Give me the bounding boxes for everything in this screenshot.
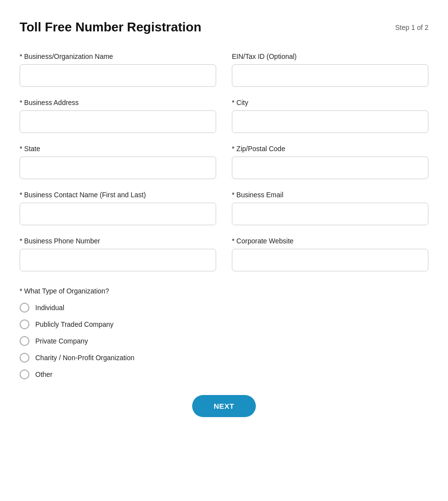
page-title: Toll Free Number Registration <box>20 20 201 35</box>
radio-charity[interactable] <box>20 353 29 363</box>
radio-item-charity[interactable]: Charity / Non-Profit Organization <box>20 353 428 363</box>
business-address-group: * Business Address <box>20 99 216 133</box>
next-button[interactable]: NEXT <box>192 395 256 417</box>
radio-private[interactable] <box>20 336 29 346</box>
page-container: Toll Free Number Registration Step 1 of … <box>0 0 448 447</box>
ein-taxid-input[interactable] <box>232 64 428 87</box>
business-email-label: * Business Email <box>232 191 428 199</box>
business-address-label: * Business Address <box>20 99 216 106</box>
ein-taxid-label: EIN/Tax ID (Optional) <box>232 53 428 60</box>
radio-other-label: Other <box>35 370 52 378</box>
step-indicator: Step 1 of 2 <box>395 24 428 31</box>
business-email-input[interactable] <box>232 203 428 225</box>
form-grid: * Business/Organization Name EIN/Tax ID … <box>20 53 428 283</box>
org-type-radio-group: Individual Publicly Traded Company Priva… <box>20 303 428 379</box>
business-phone-input[interactable] <box>20 249 216 271</box>
city-input[interactable] <box>232 110 428 133</box>
button-container: NEXT <box>20 395 428 417</box>
business-phone-group: * Business Phone Number <box>20 237 216 271</box>
corporate-website-input[interactable] <box>232 249 428 271</box>
radio-individual[interactable] <box>20 303 29 313</box>
business-phone-label: * Business Phone Number <box>20 237 216 245</box>
radio-other[interactable] <box>20 369 29 379</box>
zip-input[interactable] <box>232 157 428 179</box>
zip-group: * Zip/Postal Code <box>232 145 428 179</box>
radio-item-publicly-traded[interactable]: Publicly Traded Company <box>20 319 428 329</box>
contact-name-input[interactable] <box>20 203 216 225</box>
corporate-website-group: * Corporate Website <box>232 237 428 271</box>
header: Toll Free Number Registration Step 1 of … <box>20 20 428 35</box>
radio-item-private[interactable]: Private Company <box>20 336 428 346</box>
radio-charity-label: Charity / Non-Profit Organization <box>35 354 134 362</box>
radio-item-other[interactable]: Other <box>20 369 428 379</box>
radio-publicly-traded-label: Publicly Traded Company <box>35 320 114 328</box>
business-address-input[interactable] <box>20 110 216 133</box>
business-name-input[interactable] <box>20 64 216 87</box>
org-type-section: * What Type of Organization? Individual … <box>20 287 428 379</box>
corporate-website-label: * Corporate Website <box>232 237 428 245</box>
state-input[interactable] <box>20 157 216 179</box>
contact-name-label: * Business Contact Name (First and Last) <box>20 191 216 199</box>
radio-private-label: Private Company <box>35 337 88 345</box>
state-group: * State <box>20 145 216 179</box>
business-email-group: * Business Email <box>232 191 428 225</box>
contact-name-group: * Business Contact Name (First and Last) <box>20 191 216 225</box>
business-name-group: * Business/Organization Name <box>20 53 216 87</box>
state-label: * State <box>20 145 216 153</box>
org-type-label: * What Type of Organization? <box>20 287 428 295</box>
ein-taxid-group: EIN/Tax ID (Optional) <box>232 53 428 87</box>
registration-form: * Business/Organization Name EIN/Tax ID … <box>20 53 428 417</box>
city-label: * City <box>232 99 428 106</box>
radio-individual-label: Individual <box>35 304 64 312</box>
zip-label: * Zip/Postal Code <box>232 145 428 153</box>
radio-publicly-traded[interactable] <box>20 319 29 329</box>
radio-item-individual[interactable]: Individual <box>20 303 428 313</box>
city-group: * City <box>232 99 428 133</box>
business-name-label: * Business/Organization Name <box>20 53 216 60</box>
